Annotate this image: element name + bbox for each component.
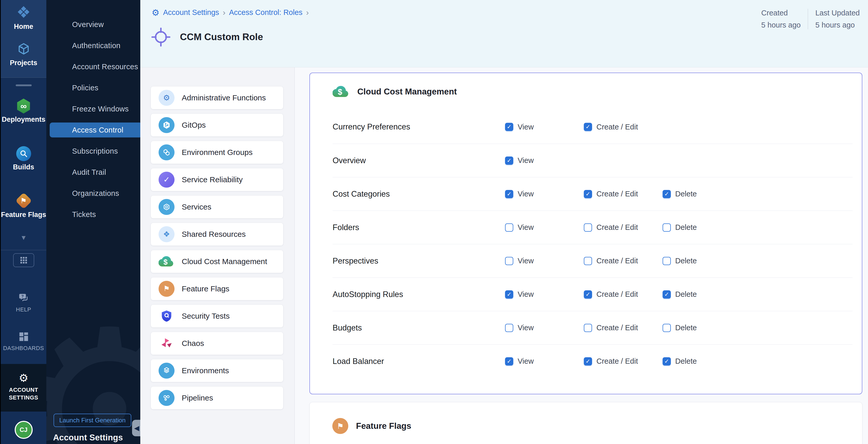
subnav-item-account-resources[interactable]: Account Resources — [46, 59, 140, 74]
subnav-item-access-control[interactable]: Access Control — [50, 123, 140, 137]
checkbox[interactable]: ✓ — [662, 190, 671, 198]
rail-item-help[interactable]: ? HELP — [1, 292, 46, 313]
checkbox[interactable] — [505, 257, 513, 265]
permission-toggle[interactable]: Delete — [662, 323, 852, 332]
checkbox[interactable] — [584, 257, 592, 265]
rail-item-builds[interactable]: Builds — [1, 146, 46, 171]
rail-item-dashboards[interactable]: DASHBOARDS — [1, 331, 46, 352]
module-card-pipelines[interactable]: Pipelines — [151, 387, 283, 409]
subnav-item-authentication[interactable]: Authentication — [46, 38, 140, 53]
permission-toggle[interactable]: ✓ Delete — [662, 357, 852, 366]
module-card-shared-resources[interactable]: ❖ Shared Resources — [151, 223, 283, 246]
subnav-item-audit-trail[interactable]: Audit Trail — [46, 165, 140, 180]
rail-item-home[interactable]: ❖ Home — [1, 4, 46, 31]
permission-toggle[interactable]: View — [505, 257, 584, 265]
module-card-services[interactable]: Services — [151, 196, 283, 218]
checkbox[interactable]: ✓ — [584, 357, 592, 366]
permission-toggle[interactable]: ✓ View — [505, 290, 584, 298]
checkbox[interactable]: ✓ — [505, 123, 513, 131]
launch-first-generation-button[interactable]: Launch First Generation — [54, 414, 131, 427]
checkbox[interactable]: ✓ — [505, 290, 513, 298]
module-card-chaos[interactable]: Chaos — [151, 332, 283, 355]
checkbox[interactable] — [662, 257, 671, 265]
permission-toggle[interactable]: ✓ View — [505, 357, 584, 366]
permission-name: Folders — [333, 223, 505, 232]
rail-item-feature-flags[interactable]: ⚑ Feature Flags — [1, 193, 46, 219]
permission-name: Overview — [333, 156, 505, 165]
checkbox[interactable]: ✓ — [662, 290, 671, 298]
subnav-item-tickets[interactable]: Tickets — [46, 207, 140, 222]
module-picker-button[interactable] — [13, 253, 34, 267]
checkbox[interactable]: ✓ — [505, 357, 513, 366]
checkbox[interactable] — [662, 223, 671, 232]
subnav-item-organizations[interactable]: Organizations — [46, 186, 140, 201]
module-card-environment-groups[interactable]: Environment Groups — [151, 141, 283, 164]
module-card-ccm-cloud[interactable]: $ Cloud Cost Management — [151, 250, 283, 273]
permission-toggle[interactable]: ✓ Create / Edit — [584, 190, 662, 198]
collapse-sidebar-button[interactable]: ◀ — [132, 420, 140, 436]
checkbox[interactable]: ✓ — [505, 190, 513, 198]
module-label: Cloud Cost Management — [182, 257, 267, 266]
breadcrumb-access-control-roles[interactable]: Access Control: Roles — [229, 8, 303, 17]
cube-icon — [16, 41, 31, 57]
permission-toggle[interactable]: Create / Edit — [584, 257, 662, 265]
permission-toggle[interactable]: Delete — [662, 257, 852, 265]
checkbox-label: View — [518, 257, 534, 265]
rail-item-account-settings[interactable]: ⚙ ACCOUNT SETTINGS — [1, 364, 46, 412]
subnav-item-label: Overview — [72, 20, 104, 29]
module-card-feature-flags[interactable]: ⚑ Feature Flags — [151, 278, 283, 300]
checkbox-label: View — [518, 223, 534, 232]
feature-flags-icon: ⚑ — [159, 281, 175, 297]
module-label: Feature Flags — [182, 284, 229, 293]
permission-toggle[interactable]: ✓ Create / Edit — [584, 123, 662, 131]
permission-toggle[interactable]: ✓ View — [505, 156, 584, 165]
checkbox[interactable] — [584, 324, 592, 332]
permission-toggle[interactable]: Delete — [662, 223, 852, 232]
last-updated-value: 5 hours ago — [815, 21, 860, 29]
permission-toggle[interactable]: Create / Edit — [584, 223, 662, 232]
checkbox-label: View — [518, 357, 534, 366]
permission-cell-view: View — [505, 323, 584, 332]
subnav-item-overview[interactable]: Overview — [46, 17, 140, 32]
module-card-admin-gear[interactable]: ⚙ Administrative Functions — [151, 87, 283, 109]
security-shield-icon — [159, 308, 175, 324]
checkbox[interactable]: ✓ — [662, 357, 671, 366]
subnav-item-freeze-windows[interactable]: Freeze Windows — [46, 101, 140, 116]
rail-label-help: HELP — [16, 306, 31, 313]
module-card-service-reliability[interactable]: ✓ Service Reliability — [151, 168, 283, 191]
permission-toggle[interactable]: ✓ Create / Edit — [584, 357, 662, 366]
permission-toggle[interactable]: ✓ View — [505, 123, 584, 131]
permission-toggle[interactable]: Create / Edit — [584, 323, 662, 332]
builds-magnifier-icon — [16, 146, 31, 161]
permission-toggle[interactable]: ✓ Delete — [662, 290, 852, 298]
chevron-left-icon: ◀ — [134, 424, 139, 432]
permission-toggle[interactable]: ✓ Delete — [662, 190, 852, 198]
permission-toggle[interactable]: View — [505, 323, 584, 332]
user-avatar[interactable]: CJ — [15, 421, 33, 439]
breadcrumb-account-settings[interactable]: Account Settings — [163, 8, 219, 17]
checkbox[interactable] — [662, 324, 671, 332]
rail-divider — [1, 250, 46, 250]
subnav-item-subscriptions[interactable]: Subscriptions — [46, 144, 140, 159]
checkbox[interactable] — [505, 324, 513, 332]
checkbox[interactable]: ✓ — [505, 157, 513, 165]
checkbox-label: Create / Edit — [596, 257, 638, 265]
rail-item-projects[interactable]: Projects — [1, 41, 46, 67]
permission-toggle[interactable]: View — [505, 223, 584, 232]
permission-toggle[interactable]: ✓ View — [505, 190, 584, 198]
checkbox[interactable]: ✓ — [584, 290, 592, 298]
rail-item-deployments[interactable]: ∞ Deployments — [1, 99, 46, 124]
module-card-gitops[interactable]: GitOps — [151, 114, 283, 136]
chevron-down-icon[interactable]: ▼ — [1, 234, 46, 242]
module-card-environments[interactable]: Environments — [151, 359, 283, 382]
checkbox[interactable] — [505, 223, 513, 232]
module-card-security-shield[interactable]: Security Tests — [151, 305, 283, 327]
subnav-item-policies[interactable]: Policies — [46, 80, 140, 95]
checkbox[interactable] — [584, 223, 592, 232]
permission-row: Currency Preferences ✓ View ✓ Create / E… — [333, 110, 852, 144]
checkbox[interactable]: ✓ — [584, 123, 592, 131]
checkbox[interactable]: ✓ — [584, 190, 592, 198]
checkbox-label: View — [518, 156, 534, 165]
permission-toggle[interactable]: ✓ Create / Edit — [584, 290, 662, 298]
ccm-cloud-icon: $ — [159, 254, 175, 269]
